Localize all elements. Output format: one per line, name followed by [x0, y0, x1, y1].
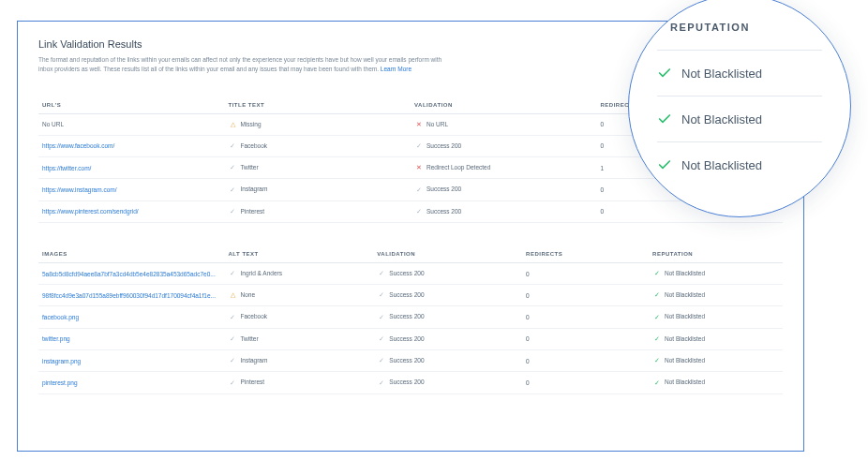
- magnifier-label: Not Blacklisted: [681, 67, 762, 81]
- check-icon: ✓: [652, 314, 661, 321]
- validation-cell: ✓Success 200: [373, 306, 522, 328]
- check-icon: ✓: [652, 291, 661, 299]
- table-row: twitter.png✓Twitter✓Success 2000✓Not Bla…: [38, 328, 783, 349]
- check-icon: ✓: [377, 357, 385, 364]
- title-cell: △Missing: [225, 113, 412, 135]
- title-cell: ✓Facebook: [225, 135, 412, 156]
- table-row: https://www.pinterest.com/sendgrid/✓Pint…: [38, 200, 783, 222]
- validation-cell: ✓Success 200: [373, 262, 522, 284]
- check-icon: ✓: [414, 186, 423, 194]
- alt-cell: ✓Pinterest: [225, 372, 374, 393]
- col-urls: URL'S: [38, 96, 225, 114]
- table-row: 98f8fcc4d9e3a07d155a89ebff960030f94d17df…: [38, 285, 783, 306]
- image-cell[interactable]: 5a8cb5d8cfd94aee8a7bf7a3cd4db5e4e82835a4…: [38, 262, 225, 284]
- image-cell[interactable]: twitter.png: [38, 328, 225, 349]
- alt-cell: ✓Twitter: [225, 328, 374, 349]
- check-icon: ✓: [652, 335, 661, 343]
- table-row: instagram.png✓Instagram✓Success 2000✓Not…: [38, 350, 783, 372]
- alt-cell: ✓Facebook: [225, 306, 374, 328]
- reputation-magnifier: REPUTATION Not BlacklistedNot Blackliste…: [628, 0, 851, 217]
- col-images: IMAGES: [38, 245, 225, 263]
- magnifier-row: Not Blacklisted: [657, 50, 822, 96]
- alt-cell: ✓Instagram: [225, 350, 374, 372]
- col-redirects: REDIRECTS: [522, 245, 649, 263]
- col-title-text: TITLE TEXT: [225, 96, 412, 114]
- table-row: pinterest.png✓Pinterest✓Success 2000✓Not…: [38, 372, 783, 393]
- magnifier-label: Not Blacklisted: [681, 112, 762, 126]
- check-icon: ✓: [414, 142, 423, 150]
- images-table: IMAGES ALT TEXT VALIDATION REDIRECTS REP…: [38, 245, 783, 394]
- check-icon: ✓: [652, 379, 661, 387]
- redirects-cell: 0: [522, 350, 649, 372]
- reputation-cell: ✓Not Blacklisted: [649, 285, 783, 306]
- check-icon: ✓: [377, 314, 385, 321]
- check-icon: [657, 157, 672, 172]
- warning-icon: △: [229, 121, 237, 128]
- check-icon: ✓: [229, 357, 237, 364]
- title-cell: ✓Instagram: [225, 179, 412, 200]
- table-row: facebook.png✓Facebook✓Success 2000✓Not B…: [38, 306, 783, 328]
- title-cell: ✓Pinterest: [225, 200, 412, 222]
- reputation-cell: ✓Not Blacklisted: [649, 262, 783, 284]
- image-cell[interactable]: facebook.png: [38, 306, 225, 328]
- check-icon: ✓: [377, 335, 385, 343]
- warning-icon: △: [229, 291, 237, 299]
- magnifier-row: Not Blacklisted: [657, 96, 822, 141]
- alt-cell: △None: [225, 285, 374, 306]
- check-icon: ✓: [229, 142, 237, 150]
- page-description: The format and reputation of the links w…: [38, 55, 451, 74]
- check-icon: ✓: [229, 335, 237, 343]
- check-icon: ✓: [229, 379, 237, 387]
- check-icon: [657, 111, 672, 126]
- image-cell[interactable]: 98f8fcc4d9e3a07d155a89ebff960030f94d17df…: [38, 285, 225, 306]
- check-icon: ✓: [229, 270, 237, 277]
- redirects-cell: 0: [522, 285, 649, 306]
- check-icon: ✓: [377, 270, 385, 277]
- col-reputation: REPUTATION: [649, 245, 783, 263]
- check-icon: ✓: [652, 357, 661, 364]
- url-cell[interactable]: https://www.pinterest.com/sendgrid/: [38, 200, 225, 222]
- url-cell[interactable]: https://www.facebook.com/: [38, 135, 225, 156]
- validation-cell: ✓Success 200: [411, 200, 597, 222]
- url-cell[interactable]: https://twitter.com/: [38, 157, 225, 179]
- check-icon: ✓: [414, 208, 423, 215]
- error-icon: ✕: [414, 121, 423, 128]
- check-icon: [657, 66, 672, 81]
- learn-more-link[interactable]: Learn More: [381, 66, 412, 72]
- magnifier-heading: REPUTATION: [670, 22, 822, 33]
- reputation-cell: ✓Not Blacklisted: [649, 350, 783, 372]
- col-alt-text: ALT TEXT: [225, 245, 374, 263]
- redirects-cell: 0: [522, 306, 649, 328]
- image-cell[interactable]: instagram.png: [38, 350, 225, 372]
- check-icon: ✓: [377, 291, 385, 299]
- check-icon: ✓: [229, 208, 237, 215]
- redirects-cell: 0: [522, 372, 649, 393]
- url-cell: No URL: [38, 113, 225, 135]
- title-cell: ✓Twitter: [225, 157, 412, 179]
- validation-cell: ✓Success 200: [373, 285, 522, 306]
- url-cell[interactable]: https://www.instagram.com/: [38, 179, 225, 200]
- check-icon: ✓: [377, 379, 385, 387]
- validation-cell: ✓Success 200: [373, 328, 522, 349]
- validation-cell: ✓Success 200: [411, 135, 597, 156]
- alt-cell: ✓Ingrid & Anders: [225, 262, 374, 284]
- table-row: 5a8cb5d8cfd94aee8a7bf7a3cd4db5e4e82835a4…: [38, 262, 783, 284]
- check-icon: ✓: [229, 186, 237, 194]
- validation-cell: ✕No URL: [411, 113, 597, 135]
- check-icon: ✓: [652, 270, 661, 277]
- validation-cell: ✕Redirect Loop Detected: [411, 157, 597, 179]
- validation-cell: ✓Success 200: [411, 179, 597, 200]
- error-icon: ✕: [414, 164, 423, 171]
- redirects-cell: 0: [522, 262, 649, 284]
- validation-cell: ✓Success 200: [373, 372, 522, 393]
- col-validation: VALIDATION: [373, 245, 522, 263]
- reputation-cell: ✓Not Blacklisted: [649, 372, 783, 393]
- image-cell[interactable]: pinterest.png: [38, 372, 225, 393]
- check-icon: ✓: [229, 314, 237, 321]
- reputation-cell: ✓Not Blacklisted: [649, 306, 783, 328]
- check-icon: ✓: [229, 164, 237, 171]
- redirects-cell: 0: [522, 328, 649, 349]
- magnifier-label: Not Blacklisted: [681, 158, 762, 172]
- validation-cell: ✓Success 200: [373, 350, 522, 372]
- magnifier-row: Not Blacklisted: [657, 141, 822, 187]
